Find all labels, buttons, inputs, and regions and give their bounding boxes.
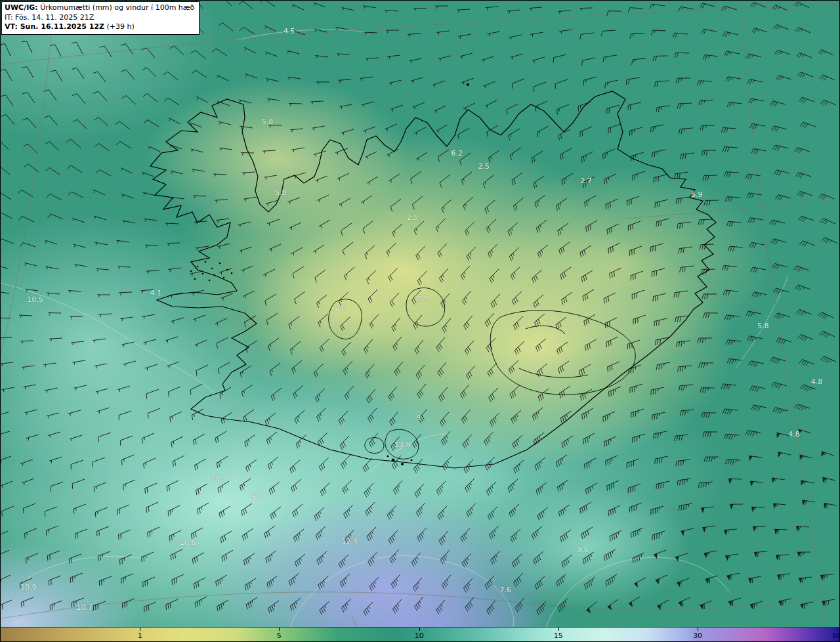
colorbar-tick-label: 50 xyxy=(832,631,840,639)
map-title: Úrkomumætti (mm) og vindur í 100m hæð xyxy=(38,3,195,12)
weather-map-frame: 4.55.86.22.52.75.95.82.510.54.12.62.15.8… xyxy=(0,0,840,642)
contour-label: 9.6 xyxy=(251,492,263,501)
colorbar-tick-label: 10 xyxy=(415,631,424,639)
contour-label: 6.2 xyxy=(451,148,463,157)
model-name: UWC/IG: xyxy=(5,3,38,12)
valid-time-line: VT: Sun. 16.11.2025 12Z (+39 h) xyxy=(5,22,194,32)
colorbar-tick-label: 5 xyxy=(277,631,282,639)
contour-label: 2.6 xyxy=(335,303,346,312)
contour-label-layer: 4.55.86.22.52.75.95.82.510.54.12.62.15.8… xyxy=(1,1,839,629)
contour-label: 9 xyxy=(416,414,421,422)
contour-label: 10.9 xyxy=(20,582,37,591)
colorbar-tick-label: 30 xyxy=(693,631,702,639)
contour-label: 5.8 xyxy=(262,117,274,125)
init-time-line: IT: Fös. 14. 11. 2025 21Z xyxy=(5,13,194,23)
contour-label: 10.5 xyxy=(27,295,43,303)
contour-label: 10.7 xyxy=(211,475,227,483)
contour-label: 9.6 xyxy=(577,546,589,554)
colorbar-tick-label: 15 xyxy=(554,631,563,639)
contour-label: 4.8 xyxy=(788,430,800,439)
contour-label: 12.4 xyxy=(341,537,358,546)
contour-label: 5.9 xyxy=(691,190,703,198)
forecast-lead: (+39 h) xyxy=(104,22,135,31)
contour-label: 2.7 xyxy=(580,176,592,184)
contour-label: 10.7 xyxy=(77,603,93,612)
contour-label: 4.8 xyxy=(811,377,823,385)
contour-label: 5.8 xyxy=(757,321,769,330)
contour-label: 13.9 xyxy=(394,440,411,448)
precipitation-colorbar: 1510153050 xyxy=(1,627,839,641)
colorbar-tick-label: 1 xyxy=(138,631,142,639)
contour-label: 4.5 xyxy=(284,26,295,35)
contour-label: 4.1 xyxy=(150,289,162,297)
contour-label: 2.1 xyxy=(417,294,429,303)
title-line-model: UWC/IG: Úrkomumætti (mm) og vindur í 100… xyxy=(5,3,194,13)
contour-label: 2.5 xyxy=(407,213,419,222)
contour-label: 7.6 xyxy=(500,585,512,593)
contour-label: 5.8 xyxy=(275,188,287,196)
valid-time: VT: Sun. 16.11.2025 12Z xyxy=(5,22,104,31)
title-box: UWC/IG: Úrkomumætti (mm) og vindur í 100… xyxy=(1,1,200,35)
contour-label: 10.6 xyxy=(180,538,196,546)
contour-label: 2.5 xyxy=(478,161,490,170)
